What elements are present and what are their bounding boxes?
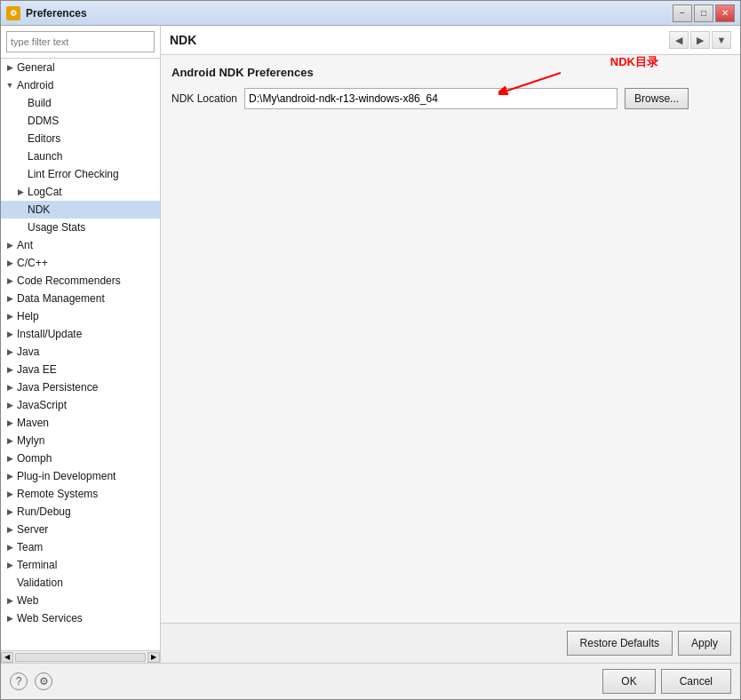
tree-arrow-build	[15, 98, 26, 108]
tree-label-web-services: Web Services	[17, 612, 83, 624]
window-title: Preferences	[26, 7, 673, 20]
tree-item-ant[interactable]: ▶Ant	[1, 236, 160, 254]
tree-arrow-ant: ▶	[4, 240, 15, 251]
horizontal-scrollbar[interactable]	[15, 653, 146, 662]
tree-label-install-update: Install/Update	[17, 328, 82, 340]
ndk-location-label: NDK Location	[171, 92, 237, 105]
tree-arrow-remote-systems: ▶	[4, 489, 15, 499]
tree-item-launch[interactable]: Launch	[1, 147, 160, 165]
tree-arrow-mylyn: ▶	[4, 435, 15, 446]
window-controls: − □ ✕	[673, 4, 735, 22]
tree-label-data-mgmt: Data Management	[17, 292, 105, 305]
tree-area: ▶General▼AndroidBuildDDMSEditorsLaunchLi…	[1, 59, 160, 650]
forward-button[interactable]: ▶	[690, 31, 710, 49]
restore-defaults-button[interactable]: Restore Defaults	[567, 631, 673, 656]
tree-item-java[interactable]: ▶Java	[1, 343, 160, 361]
tree-label-editors: Editors	[28, 132, 60, 145]
tree-item-code-recommenders[interactable]: ▶Code Recommenders	[1, 272, 160, 290]
tree-arrow-data-mgmt: ▶	[4, 293, 15, 304]
title-bar: ⚙ Preferences − □ ✕	[1, 1, 740, 26]
footer-bar: ? ⚙ OK Cancel	[1, 663, 740, 699]
tree-item-web[interactable]: ▶Web	[1, 592, 160, 609]
tree-label-plugin-dev: Plug-in Development	[17, 470, 116, 482]
help-icon-label: ?	[16, 675, 22, 688]
tree-item-android[interactable]: ▼Android	[1, 76, 160, 94]
tree-item-data-mgmt[interactable]: ▶Data Management	[1, 290, 160, 307]
tree-item-java-persistence[interactable]: ▶Java Persistence	[1, 378, 160, 396]
tree-arrow-ndk	[15, 204, 26, 215]
settings-icon-label: ⚙	[39, 675, 49, 688]
tree-item-build[interactable]: Build	[1, 94, 160, 112]
tree-label-code-recommenders: Code Recommenders	[17, 274, 121, 287]
search-box	[1, 26, 160, 59]
tree-item-team[interactable]: ▶Team	[1, 538, 160, 556]
tree-arrow-java-ee: ▶	[4, 364, 15, 375]
tree-arrow-launch	[15, 151, 26, 162]
tree-label-java: Java	[17, 346, 39, 358]
tree-item-terminal[interactable]: ▶Terminal	[1, 556, 160, 574]
tree-item-help[interactable]: ▶Help	[1, 307, 160, 325]
scroll-right-btn[interactable]: ▶	[147, 652, 160, 663]
tree-arrow-web: ▶	[4, 595, 15, 606]
settings-icon[interactable]: ⚙	[35, 672, 52, 690]
search-input[interactable]	[6, 31, 155, 52]
main-panel: NDK ◀ ▶ ▼ Android NDK Preferences NDK目录	[161, 26, 740, 663]
tree-label-maven: Maven	[17, 417, 49, 429]
tree-label-help: Help	[17, 310, 39, 322]
tree-label-java-ee: Java EE	[17, 363, 57, 376]
tree-item-maven[interactable]: ▶Maven	[1, 414, 160, 432]
tree-label-launch: Launch	[28, 150, 62, 163]
tree-label-oomph: Oomph	[17, 452, 52, 465]
close-button[interactable]: ✕	[715, 4, 735, 22]
section-title: Android NDK Preferences	[171, 66, 729, 79]
tree-item-remote-systems[interactable]: ▶Remote Systems	[1, 485, 160, 503]
tree-item-javascript[interactable]: ▶JavaScript	[1, 396, 160, 414]
tree-item-usage-stats[interactable]: Usage Stats	[1, 219, 160, 236]
preferences-window: ⚙ Preferences − □ ✕ ▶General▼AndroidBuil…	[0, 0, 741, 700]
tree-item-install-update[interactable]: ▶Install/Update	[1, 325, 160, 343]
back-button[interactable]: ◀	[669, 31, 689, 49]
header-actions: ◀ ▶ ▼	[669, 31, 731, 49]
tree-item-editors[interactable]: Editors	[1, 130, 160, 147]
tree-arrow-cpp: ▶	[4, 258, 15, 268]
tree-label-general: General	[17, 61, 55, 74]
tree-item-server[interactable]: ▶Server	[1, 521, 160, 538]
tree-item-ddms[interactable]: DDMS	[1, 112, 160, 130]
tree-item-validation[interactable]: Validation	[1, 574, 160, 592]
sidebar: ▶General▼AndroidBuildDDMSEditorsLaunchLi…	[1, 26, 161, 663]
dialog-buttons: OK Cancel	[602, 669, 731, 694]
tree-arrow-java-persistence: ▶	[4, 382, 15, 393]
tree-arrow-code-recommenders: ▶	[4, 275, 15, 286]
nav-dropdown-button[interactable]: ▼	[712, 31, 731, 49]
ok-button[interactable]: OK	[602, 669, 655, 694]
maximize-button[interactable]: □	[694, 4, 713, 22]
tree-item-web-services[interactable]: ▶Web Services	[1, 609, 160, 627]
minimize-button[interactable]: −	[673, 4, 692, 22]
tree-label-ddms: DDMS	[28, 115, 59, 127]
tree-item-lint-error[interactable]: Lint Error Checking	[1, 165, 160, 183]
tree-arrow-help: ▶	[4, 311, 15, 322]
help-icon[interactable]: ?	[10, 672, 28, 690]
browse-button[interactable]: Browse...	[625, 88, 689, 109]
ndk-location-input[interactable]	[244, 88, 618, 109]
tree-item-logcat[interactable]: ▶LogCat	[1, 183, 160, 201]
tree-arrow-usage-stats	[15, 222, 26, 233]
tree-item-run-debug[interactable]: ▶Run/Debug	[1, 503, 160, 521]
tree-arrow-oomph: ▶	[4, 453, 15, 464]
cancel-button[interactable]: Cancel	[661, 669, 731, 694]
tree-label-team: Team	[17, 541, 43, 553]
tree-item-mylyn[interactable]: ▶Mylyn	[1, 432, 160, 449]
tree-item-java-ee[interactable]: ▶Java EE	[1, 361, 160, 378]
tree-arrow-logcat: ▶	[15, 187, 26, 197]
content-area: ▶General▼AndroidBuildDDMSEditorsLaunchLi…	[1, 26, 740, 663]
scroll-left-btn[interactable]: ◀	[1, 652, 13, 663]
tree-label-java-persistence: Java Persistence	[17, 381, 98, 394]
apply-button[interactable]: Apply	[678, 631, 731, 656]
tree-item-plugin-dev[interactable]: ▶Plug-in Development	[1, 467, 160, 485]
tree-item-general[interactable]: ▶General	[1, 59, 160, 76]
tree-item-ndk[interactable]: NDK	[1, 201, 160, 219]
tree-arrow-lint-error	[15, 169, 26, 179]
tree-arrow-web-services: ▶	[4, 613, 15, 624]
tree-item-oomph[interactable]: ▶Oomph	[1, 449, 160, 467]
tree-item-cpp[interactable]: ▶C/C++	[1, 254, 160, 272]
